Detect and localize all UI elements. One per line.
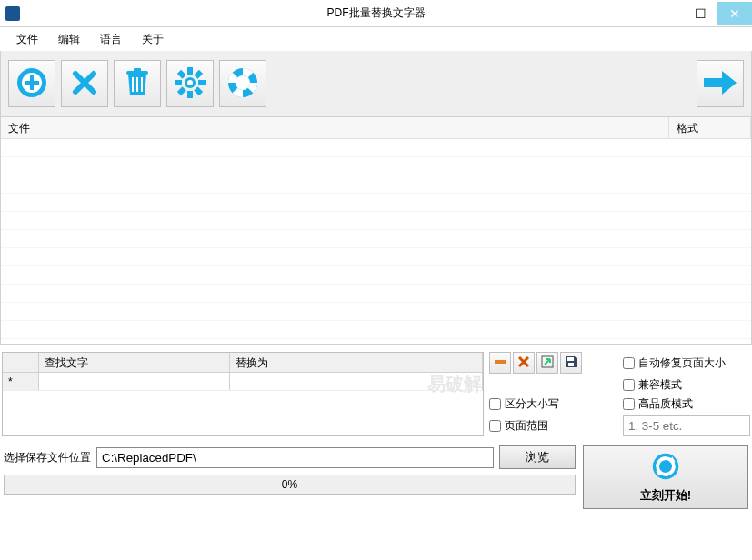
- col-file[interactable]: 文件: [1, 117, 669, 138]
- app-icon: [5, 6, 20, 21]
- add-button[interactable]: [8, 60, 55, 107]
- trash-icon: [123, 66, 152, 102]
- lifebuoy-icon: [226, 66, 259, 102]
- menu-language[interactable]: 语言: [91, 28, 131, 51]
- clear-rows-button[interactable]: [513, 352, 535, 374]
- window-title: PDF批量替换文字器: [327, 5, 426, 21]
- auto-fix-checkbox[interactable]: 自动修复页面大小: [623, 355, 750, 371]
- col-marker: [3, 353, 39, 372]
- svg-rect-8: [134, 68, 141, 72]
- next-button[interactable]: [697, 60, 744, 107]
- arrow-right-icon: [702, 69, 738, 99]
- svg-rect-13: [198, 80, 206, 85]
- bottom-section: 选择保存文件位置 浏览 0% 立刻开始!: [0, 445, 752, 509]
- hq-checkbox[interactable]: 高品质模式: [623, 396, 750, 412]
- refresh-icon: [651, 452, 680, 484]
- compat-checkbox[interactable]: 兼容模式: [623, 377, 750, 393]
- save-icon: [564, 355, 578, 372]
- progress-bar: 0%: [4, 475, 576, 495]
- col-find[interactable]: 查找文字: [39, 353, 230, 372]
- file-list: 文件 格式: [0, 117, 752, 345]
- start-button[interactable]: 立刻开始!: [583, 445, 748, 509]
- replace-table-body[interactable]: *: [3, 373, 483, 433]
- menu-edit[interactable]: 编辑: [49, 28, 89, 51]
- close-button[interactable]: ✕: [717, 2, 752, 25]
- window-controls: — ☐ ✕: [648, 2, 752, 25]
- menu-about[interactable]: 关于: [133, 28, 173, 51]
- toolbar: [0, 51, 752, 117]
- save-path-input[interactable]: [96, 447, 494, 468]
- case-checkbox[interactable]: 区分大小写: [489, 396, 614, 412]
- svg-rect-10: [187, 67, 193, 75]
- title-bar: PDF批量替换文字器 — ☐ ✕: [0, 0, 752, 27]
- svg-rect-5: [136, 77, 138, 92]
- options-panel: 自动修复页面大小 兼容模式 区分大小写 高品质模式 页面范围: [489, 352, 750, 436]
- svg-rect-16: [177, 69, 186, 78]
- replace-table: 查找文字 替换为 *: [2, 352, 484, 436]
- save-label: 选择保存文件位置: [4, 450, 91, 465]
- svg-rect-17: [194, 86, 203, 95]
- svg-rect-14: [194, 69, 203, 78]
- svg-rect-4: [132, 77, 134, 92]
- col-format[interactable]: 格式: [669, 117, 751, 138]
- help-button[interactable]: [219, 60, 266, 107]
- svg-point-18: [187, 80, 193, 85]
- svg-rect-23: [567, 357, 574, 361]
- replace-section: 查找文字 替换为 * 自动修复页面大小 兼容模式 区分大小写 高品质模式 页面范…: [0, 352, 752, 436]
- find-cell[interactable]: [39, 373, 230, 390]
- svg-rect-3: [25, 81, 39, 85]
- browse-button[interactable]: 浏览: [499, 445, 576, 469]
- svg-rect-11: [187, 91, 193, 98]
- remove-row-button[interactable]: [489, 352, 511, 374]
- maximize-button[interactable]: ☐: [683, 2, 717, 25]
- save-path-row: 选择保存文件位置 浏览: [4, 445, 576, 469]
- file-list-header: 文件 格式: [1, 117, 751, 139]
- x-icon: [70, 68, 99, 100]
- open-list-button[interactable]: [536, 352, 558, 374]
- svg-rect-24: [568, 363, 574, 366]
- range-checkbox[interactable]: 页面范围: [489, 418, 614, 434]
- menu-bar: 文件 编辑 语言 关于: [0, 27, 752, 51]
- replace-cell[interactable]: [230, 373, 483, 390]
- start-label: 立刻开始!: [640, 487, 691, 504]
- save-list-button[interactable]: [560, 352, 582, 374]
- remove-button[interactable]: [61, 60, 108, 107]
- x-small-icon: [516, 355, 531, 372]
- replace-table-header: 查找文字 替换为: [3, 353, 483, 373]
- svg-point-20: [236, 75, 250, 90]
- progress-text: 0%: [282, 478, 297, 491]
- svg-rect-6: [141, 77, 143, 92]
- plus-icon: [15, 66, 48, 102]
- range-input[interactable]: [623, 415, 750, 436]
- row-marker: *: [3, 373, 39, 390]
- settings-button[interactable]: [166, 60, 214, 107]
- file-list-rows[interactable]: [1, 139, 751, 344]
- minimize-button[interactable]: —: [648, 2, 683, 25]
- svg-rect-15: [177, 86, 186, 95]
- svg-rect-12: [175, 80, 182, 85]
- menu-file[interactable]: 文件: [7, 28, 47, 51]
- col-replace[interactable]: 替换为: [230, 353, 483, 372]
- minus-icon: [493, 355, 507, 372]
- open-icon: [540, 355, 555, 372]
- svg-rect-21: [495, 360, 506, 364]
- clear-button[interactable]: [114, 60, 161, 107]
- gear-icon: [174, 66, 206, 102]
- table-row[interactable]: *: [3, 373, 483, 391]
